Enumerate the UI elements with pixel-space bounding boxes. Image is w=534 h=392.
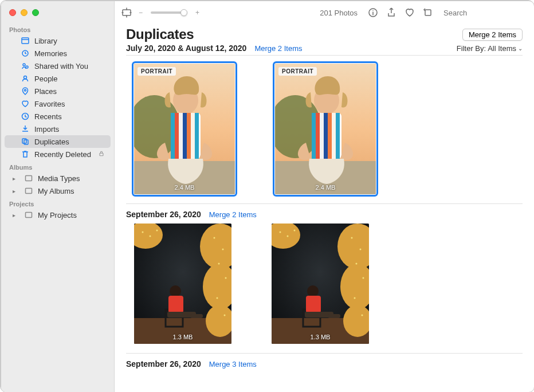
chevron-right-icon[interactable]: ▸ (13, 175, 19, 182)
sidebar-item-library[interactable]: Library (5, 34, 111, 47)
zoom-slider[interactable] (151, 11, 187, 14)
svg-point-51 (222, 249, 224, 250)
svg-rect-26 (187, 113, 191, 159)
photo-image (134, 64, 235, 194)
sidebar-item-my-albums[interactable]: ▸ My Albums (5, 185, 111, 197)
sidebar-item-recents[interactable]: Recents (5, 110, 111, 123)
sidebar-item-shared[interactable]: Shared with You (5, 60, 111, 72)
svg-rect-78 (306, 296, 321, 313)
photo-image (275, 64, 376, 194)
fullscreen-window-button[interactable] (32, 9, 39, 16)
duplicates-icon (21, 137, 30, 146)
chevron-right-icon[interactable]: ▸ (13, 212, 19, 218)
svg-point-49 (156, 230, 158, 232)
photo-count: 201 Photos (320, 9, 358, 17)
minimize-window-button[interactable] (21, 9, 28, 16)
group-merge-link[interactable]: Merge 2 Items (209, 210, 257, 219)
svg-rect-24 (179, 113, 183, 159)
svg-rect-28 (195, 113, 199, 159)
folder-icon (24, 210, 33, 219)
svg-rect-9 (100, 153, 103, 156)
svg-rect-15 (425, 10, 431, 15)
svg-rect-34 (312, 113, 316, 159)
svg-rect-35 (316, 113, 320, 159)
group-date: September 26, 2020 (126, 359, 201, 369)
zoom-out-label: − (139, 9, 143, 17)
group-merge-link[interactable]: Merge 3 Items (209, 360, 257, 369)
group-date: September 26, 2020 (126, 210, 201, 219)
merge-selected-button[interactable]: Merge 2 Items (462, 29, 523, 41)
sidebar-item-imports[interactable]: Imports (5, 123, 111, 135)
people-icon (21, 74, 30, 83)
svg-rect-38 (328, 113, 332, 159)
svg-rect-22 (171, 113, 175, 159)
window-controls (1, 7, 114, 23)
svg-point-5 (25, 89, 26, 91)
sidebar-item-label: Shared with You (34, 62, 105, 70)
photo-thumbnail[interactable]: PORTRAIT 2.4 MB (275, 64, 376, 194)
trash-icon (21, 150, 30, 159)
content-area: Duplicates Merge 2 Items July 20, 2020 &… (115, 24, 534, 392)
filter-by-label: Filter By: (457, 44, 486, 53)
svg-point-77 (307, 285, 319, 297)
info-icon[interactable] (367, 6, 379, 19)
photo-thumbnail[interactable]: 1.3 MB (272, 224, 369, 344)
places-icon (21, 87, 30, 96)
rotate-icon[interactable] (422, 6, 434, 19)
file-size-label: 2.4 MB (175, 184, 195, 191)
svg-point-52 (218, 263, 220, 265)
aspect-ratio-icon[interactable] (120, 6, 133, 19)
svg-point-54 (217, 297, 218, 299)
toolbar: − + 201 Photos (115, 1, 534, 24)
svg-point-71 (360, 249, 362, 250)
close-window-button[interactable] (9, 9, 16, 16)
svg-rect-58 (168, 296, 183, 313)
clock-icon (21, 112, 30, 121)
file-size-label: 1.3 MB (173, 334, 193, 340)
heart-icon (21, 99, 30, 108)
search-input[interactable] (443, 9, 534, 17)
zoom-in-label: + (195, 9, 199, 17)
portrait-badge: PORTRAIT (138, 67, 176, 76)
svg-point-4 (24, 76, 27, 79)
sidebar-item-memories[interactable]: Memories (5, 47, 111, 60)
svg-rect-23 (175, 113, 179, 159)
sidebar-item-duplicates[interactable]: Duplicates (5, 135, 111, 148)
filter-by-dropdown[interactable]: Filter By: All Items ⌄ (457, 44, 523, 53)
photo-thumbnail[interactable]: 1.3 MB (134, 224, 231, 344)
sidebar-item-label: My Projects (38, 211, 105, 219)
file-size-label: 2.4 MB (316, 184, 336, 191)
portrait-badge: PORTRAIT (278, 67, 317, 76)
svg-rect-25 (183, 113, 187, 159)
sidebar-item-favorites[interactable]: Favorites (5, 97, 111, 110)
svg-rect-0 (22, 38, 29, 44)
svg-point-69 (294, 230, 296, 232)
memories-icon (21, 49, 30, 58)
svg-point-48 (150, 236, 151, 237)
sidebar-item-places[interactable]: Places (5, 85, 111, 97)
svg-point-53 (225, 277, 227, 279)
sidebar-item-recently-deleted[interactable]: Recently Deleted (5, 148, 111, 160)
share-icon[interactable] (385, 6, 398, 19)
sidebar-item-label: Memories (34, 49, 105, 58)
photo-thumbnail[interactable]: PORTRAIT 2.4 MB (134, 64, 235, 194)
svg-rect-27 (191, 113, 195, 159)
svg-rect-37 (324, 113, 328, 159)
svg-point-50 (214, 237, 215, 239)
sidebar-item-people[interactable]: People (5, 72, 111, 85)
svg-rect-60 (190, 314, 203, 318)
svg-point-74 (354, 297, 356, 299)
favorite-icon[interactable] (403, 6, 416, 19)
zoom-slider-knob[interactable] (180, 9, 187, 16)
search-field[interactable] (440, 6, 526, 19)
sidebar-section-photos: Photos (1, 23, 114, 34)
photo-image (272, 224, 369, 344)
sidebar-item-label: Duplicates (34, 138, 105, 146)
sidebar-item-my-projects[interactable]: ▸ My Projects (5, 209, 111, 221)
svg-point-55 (224, 315, 226, 316)
svg-rect-80 (328, 314, 340, 318)
group-merge-link[interactable]: Merge 2 Items (254, 44, 302, 53)
chevron-right-icon[interactable]: ▸ (13, 188, 19, 194)
sidebar-item-media-types[interactable]: ▸ Media Types (5, 172, 111, 185)
photo-image (134, 224, 231, 344)
